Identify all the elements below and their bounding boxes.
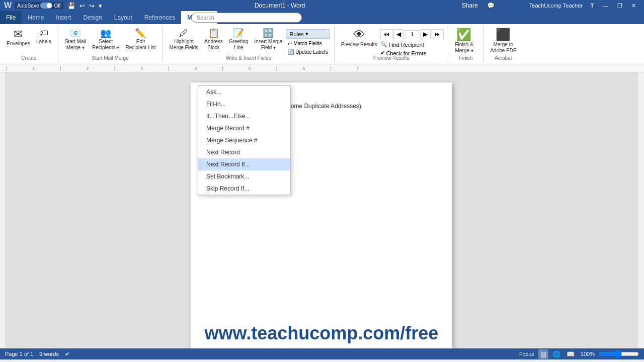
start-merge-icon: 📧: [70, 29, 81, 38]
document-area: Grouped by State (Shows Some Duplicate A…: [6, 72, 637, 348]
restore-button[interactable]: ❐: [613, 0, 626, 11]
adobe-icon: ⬛: [496, 29, 511, 41]
qa-undo[interactable]: ↩: [78, 1, 86, 11]
autosave-state: Off: [54, 3, 60, 9]
finish-merge-button[interactable]: ✅ Finish & Merge ▾: [452, 27, 475, 55]
tab-references[interactable]: References: [138, 11, 181, 24]
view-buttons: ▤ 🌐 📖: [538, 349, 577, 359]
nav-first-button[interactable]: ⏮: [380, 29, 392, 39]
nav-last-button[interactable]: ⏭: [432, 29, 444, 39]
address-block-button[interactable]: 📋 Address Block: [202, 27, 225, 52]
insert-merge-field-button[interactable]: 🔡 Insert Merge Field ▾: [252, 27, 285, 52]
comments-button[interactable]: 💬 Comments: [487, 2, 525, 9]
tab-layout[interactable]: Layout: [108, 11, 138, 24]
autosave-toggle[interactable]: [40, 3, 52, 9]
title-bar: W AutoSave Off 💾 ↩ ↪ ▾ Document1 - Word …: [0, 0, 644, 11]
word-icon: W: [4, 1, 12, 10]
menu-item-skiprecordif[interactable]: Skip Record If...: [198, 183, 290, 195]
greeting-line-label: Greeting Line: [229, 39, 248, 51]
share-button[interactable]: Share: [457, 1, 483, 11]
edit-recipient-list-button[interactable]: ✏️ Edit Recipient List: [123, 27, 158, 52]
qa-redo[interactable]: ↪: [88, 1, 96, 11]
labels-icon: 🏷: [39, 29, 48, 38]
comments-icon: 💬: [487, 2, 495, 9]
menu-item-setbookmark[interactable]: Set Bookmark...: [198, 170, 290, 183]
ruler: | 1 | 2 | 3 | 4 | 5 | 6 | 7: [0, 64, 644, 72]
greeting-line-button[interactable]: 📝 Greeting Line: [226, 27, 251, 52]
print-layout-view-button[interactable]: ▤: [538, 349, 548, 359]
tab-home[interactable]: Home: [22, 11, 50, 24]
tab-design[interactable]: Design: [77, 11, 108, 24]
acrobat-group-label: Acrobat: [484, 55, 523, 61]
menu-item-nextrecord[interactable]: Next Record: [198, 146, 290, 158]
zoom-slider[interactable]: [599, 350, 639, 358]
labels-button[interactable]: 🏷 Labels: [34, 27, 54, 46]
merge-adobe-button[interactable]: ⬛ Merge to Adobe PDF: [488, 27, 519, 55]
search-input[interactable]: [191, 13, 302, 23]
highlight-merge-fields-button[interactable]: 🖊 Highlight Merge Fields: [167, 27, 201, 52]
rules-dropdown-menu: Ask... Fill-in... If...Then...Else... Me…: [198, 85, 291, 195]
autosave-knob: [47, 3, 52, 8]
find-recipient-label: Find Recipient: [388, 42, 424, 48]
select-recipients-label: Select Recipients ▾: [92, 39, 119, 51]
create-group-label: Create: [0, 55, 58, 61]
ribbon-group-start-mail-merge: 📧 Start Mail Merge ▾ 👥 Select Recipients…: [58, 26, 163, 62]
qa-save[interactable]: 💾: [66, 1, 76, 11]
tab-insert[interactable]: Insert: [50, 11, 77, 24]
menu-item-ask[interactable]: Ask...: [198, 86, 290, 98]
finish-group-label: Finish: [448, 55, 483, 61]
nav-next-button[interactable]: ▶: [420, 29, 431, 39]
insert-merge-field-label: Insert Merge Field ▾: [254, 39, 282, 51]
read-mode-button[interactable]: 📖: [565, 349, 577, 359]
web-view-button[interactable]: 🌐: [550, 349, 562, 359]
adobe-label: Merge to Adobe PDF: [490, 42, 516, 54]
preview-results-button[interactable]: 👁 Preview Results: [339, 27, 380, 49]
envelope-icon: ✉: [14, 29, 23, 40]
ribbon-tabs: File Home Insert Design Layout Reference…: [0, 11, 644, 24]
highlight-icon: 🖊: [179, 29, 188, 38]
find-recipient-button[interactable]: 🔍 Find Recipient: [380, 41, 444, 48]
main-area: Grouped by State (Shows Some Duplicate A…: [0, 72, 644, 348]
insert-merge-field-icon: 🔡: [263, 29, 274, 38]
tab-file[interactable]: File: [0, 11, 22, 24]
highlight-label: Highlight Merge Fields: [169, 39, 198, 51]
update-labels-button[interactable]: 🔄 Update Labels: [286, 48, 330, 56]
start-mail-merge-group-label: Start Mail Merge: [58, 55, 163, 61]
write-insert-group-label: Write & Insert Fields: [163, 55, 334, 61]
menu-item-mergesequence[interactable]: Merge Sequence #: [198, 134, 290, 146]
match-fields-button[interactable]: ⇄ Match Fields: [286, 40, 330, 47]
focus-label[interactable]: Focus: [519, 351, 534, 357]
select-recipients-button[interactable]: 👥 Select Recipients ▾: [90, 27, 122, 52]
status-bar: Page 1 of 1 9 words ✔ Focus ▤ 🌐 📖 100%: [0, 348, 644, 359]
address-block-icon: 📋: [208, 29, 219, 38]
start-merge-label: Start Mail Merge ▾: [65, 39, 86, 51]
menu-item-fillin[interactable]: Fill-in...: [198, 98, 290, 110]
minimize-button[interactable]: —: [599, 0, 612, 11]
menu-item-ifthen[interactable]: If...Then...Else...: [198, 110, 290, 122]
share-comments-area: Share 💬 Comments: [457, 1, 525, 11]
menu-item-nextrecordif[interactable]: Next Record If...: [198, 158, 290, 170]
user-section: Share 💬 Comments TeachUcomp Teacher T: [457, 0, 598, 11]
zoom-level: 100%: [581, 351, 595, 357]
sidebar-right: [637, 72, 644, 348]
close-button[interactable]: ✕: [627, 0, 640, 11]
address-block-label: Address Block: [204, 39, 223, 51]
ribbon-group-acrobat: ⬛ Merge to Adobe PDF Acrobat: [484, 26, 523, 62]
document-title: Document1 - Word: [255, 2, 305, 9]
ribbon-group-write-insert: 🖊 Highlight Merge Fields 📋 Address Block…: [163, 26, 334, 62]
greeting-line-icon: 📝: [233, 29, 244, 38]
nav-prev-button[interactable]: ◀: [393, 29, 404, 39]
menu-item-mergerecord[interactable]: Merge Record #: [198, 122, 290, 134]
ribbon-group-create: ✉ Envelopes 🏷 Labels Create: [0, 26, 58, 62]
user-avatar[interactable]: T: [587, 0, 598, 11]
start-mail-merge-button[interactable]: 📧 Start Mail Merge ▾: [62, 27, 89, 52]
envelopes-button[interactable]: ✉ Envelopes: [4, 27, 33, 48]
find-recipient-icon: 🔍: [380, 41, 387, 48]
rules-and-extras: Rules ▾ ⇄ Match Fields 🔄 Update Labels: [286, 27, 330, 56]
select-recipients-icon: 👥: [100, 29, 111, 38]
qa-more[interactable]: ▾: [98, 1, 103, 11]
rules-button[interactable]: Rules ▾: [286, 29, 330, 39]
nav-page-input[interactable]: [405, 30, 419, 38]
username-label: TeachUcomp Teacher: [529, 3, 583, 9]
search-area: [191, 13, 302, 23]
